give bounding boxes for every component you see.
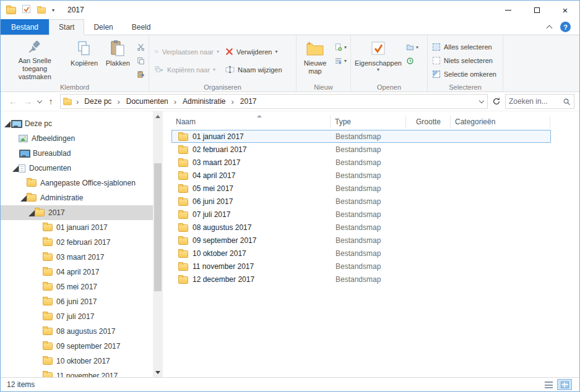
file-row[interactable]: 12 december 2017 Bestandsmap <box>171 273 551 286</box>
rename-button[interactable]: Naam wijzigen <box>222 62 289 77</box>
file-name: 12 december 2017 <box>193 275 254 284</box>
delete-button[interactable]: Verwijderen▾ <box>222 45 289 59</box>
breadcrumb-item[interactable]: Administratie <box>178 97 236 106</box>
file-row[interactable]: 01 januari 2017 Bestandsmap <box>171 130 551 143</box>
breadcrumb-item[interactable]: 2017 <box>236 97 264 106</box>
maximize-button[interactable] <box>522 1 551 19</box>
column-header[interactable]: Grootte <box>406 116 451 128</box>
history-button[interactable] <box>405 56 420 66</box>
address-box[interactable]: Deze pcDocumentenAdministratie2017 <box>60 94 488 109</box>
easy-access-button[interactable]: ▾ <box>333 56 348 66</box>
qat-customize-dropdown[interactable]: ▾ <box>52 7 54 13</box>
copy-to-button[interactable]: Kopiëren naar▾ <box>152 62 222 77</box>
expand-arrow-icon[interactable] <box>3 121 10 127</box>
ribbon-tab[interactable]: Beeld <box>123 19 160 35</box>
help-icon[interactable]: ? <box>560 22 571 32</box>
file-row[interactable]: 04 april 2017 Bestandsmap <box>171 169 551 182</box>
file-row[interactable]: 06 juni 2017 Bestandsmap <box>171 195 551 208</box>
tree-item-icon <box>43 298 53 305</box>
scroll-track[interactable] <box>153 121 163 367</box>
ribbon-tab[interactable]: Start <box>49 19 84 35</box>
properties-button[interactable]: Eigenschappen ▾ <box>353 36 403 81</box>
file-row[interactable]: 03 maart 2017 Bestandsmap <box>171 156 551 169</box>
dropdown-icon: ▾ <box>344 59 347 64</box>
breadcrumb-item[interactable]: Documenten <box>122 97 178 106</box>
explorer-window: ▾ 2017 × Bestand StartDelenBeeld ? <box>0 0 580 392</box>
select-all-button[interactable]: Alles selecteren <box>430 41 500 53</box>
column-header[interactable]: Naam <box>171 116 331 128</box>
tree-item[interactable]: Bureaublad <box>1 146 153 161</box>
up-button[interactable]: ↑ <box>43 93 58 109</box>
move-to-button[interactable]: Verplaatsen naar▾ <box>152 45 222 59</box>
tab-file-menu[interactable]: Bestand <box>1 19 49 35</box>
search-input[interactable] <box>509 97 563 106</box>
tree-item[interactable]: 09 september 2017 <box>1 339 153 354</box>
tree-item[interactable]: Deze pc <box>1 116 153 131</box>
tree-item[interactable]: 2017 <box>1 205 153 220</box>
file-row[interactable]: 02 februari 2017 Bestandsmap <box>171 143 551 156</box>
tree-item[interactable]: 03 maart 2017 <box>1 250 153 265</box>
copy-button[interactable]: Kopiëren <box>66 36 102 81</box>
collapse-ribbon-icon[interactable] <box>547 25 553 32</box>
file-row[interactable]: 09 september 2017 Bestandsmap <box>171 234 551 247</box>
paste-button[interactable]: Plakken <box>102 36 134 81</box>
file-row[interactable]: 10 oktober 2017 Bestandsmap <box>171 247 551 260</box>
file-row[interactable]: 05 mei 2017 Bestandsmap <box>171 182 551 195</box>
refresh-icon <box>492 97 501 106</box>
scroll-up-icon[interactable] <box>153 111 163 121</box>
ribbon-group-organize: Verplaatsen naar▾ Kopiëren naar▾ Verwijd… <box>149 35 296 92</box>
column-header[interactable]: Categorieën <box>451 116 550 128</box>
ribbon-tab[interactable]: Delen <box>84 19 122 35</box>
invert-selection-icon <box>433 70 440 78</box>
file-row[interactable]: 11 november 2017 Bestandsmap <box>171 260 551 273</box>
refresh-button[interactable] <box>490 94 503 109</box>
breadcrumb-item[interactable]: Deze pc <box>80 97 121 106</box>
scroll-down-icon[interactable] <box>153 367 163 377</box>
thumbnails-view-button[interactable] <box>557 379 572 390</box>
select-none-button[interactable]: Niets selecteren <box>430 54 500 66</box>
tree-item-label: Bureaublad <box>33 149 71 158</box>
expand-arrow-icon[interactable] <box>11 165 18 171</box>
address-history-dropdown-icon[interactable] <box>479 98 484 103</box>
paste-shortcut-button[interactable] <box>136 69 146 80</box>
qat-new-folder-button[interactable] <box>37 7 46 14</box>
pin-to-quick-access-button[interactable]: Aan Snelle toegang vastmaken <box>3 36 66 81</box>
minimize-button[interactable] <box>494 1 522 19</box>
expand-arrow-icon[interactable] <box>27 210 34 216</box>
file-type: Bestandsmap <box>331 195 406 207</box>
expand-arrow-icon[interactable] <box>19 195 26 201</box>
tree-item[interactable]: Aangepaste Office-sjablonen <box>1 176 153 190</box>
close-button[interactable]: × <box>551 1 579 19</box>
column-header[interactable]: Type <box>331 116 406 128</box>
scroll-thumb[interactable] <box>154 163 162 291</box>
tree-item[interactable]: 06 juni 2017 <box>1 294 153 309</box>
tree-item[interactable]: 08 augustus 2017 <box>1 324 153 339</box>
tree-item[interactable]: 07 juli 2017 <box>1 309 153 324</box>
details-view-button[interactable] <box>541 379 556 390</box>
tree-item-icon <box>43 268 53 276</box>
tree-item[interactable]: 04 april 2017 <box>1 265 153 279</box>
tree-item[interactable]: 01 januari 2017 <box>1 220 153 235</box>
tree-item[interactable]: Administratie <box>1 190 153 205</box>
file-row[interactable]: 08 augustus 2017 Bestandsmap <box>171 221 551 234</box>
cut-button[interactable] <box>136 42 146 53</box>
tree-item[interactable]: 11 november 2017 <box>1 369 153 377</box>
copy-path-button[interactable] <box>136 56 146 66</box>
forward-button[interactable]: → <box>20 93 35 109</box>
qat-properties-button[interactable] <box>22 4 31 15</box>
new-item-button[interactable]: ▾ <box>333 42 348 53</box>
sidebar-scrollbar[interactable] <box>153 111 163 377</box>
folder-icon <box>178 224 188 232</box>
tree-item[interactable]: Documenten <box>1 161 153 176</box>
tree-item[interactable]: Afbeeldingen <box>1 131 153 146</box>
back-button[interactable]: ← <box>6 93 20 109</box>
file-row[interactable]: 07 juli 2017 Bestandsmap <box>171 208 551 221</box>
tree-item[interactable]: 10 oktober 2017 <box>1 354 153 369</box>
search-icon[interactable] <box>563 98 571 106</box>
tree-item[interactable]: 05 mei 2017 <box>1 279 153 294</box>
open-button[interactable]: ▾ <box>405 42 420 53</box>
new-folder-button[interactable]: Nieuwe map <box>299 36 331 81</box>
tree-item[interactable]: 02 februari 2017 <box>1 235 153 250</box>
invert-selection-button[interactable]: Selectie omkeren <box>430 68 500 80</box>
recent-locations-dropdown[interactable] <box>35 93 43 109</box>
